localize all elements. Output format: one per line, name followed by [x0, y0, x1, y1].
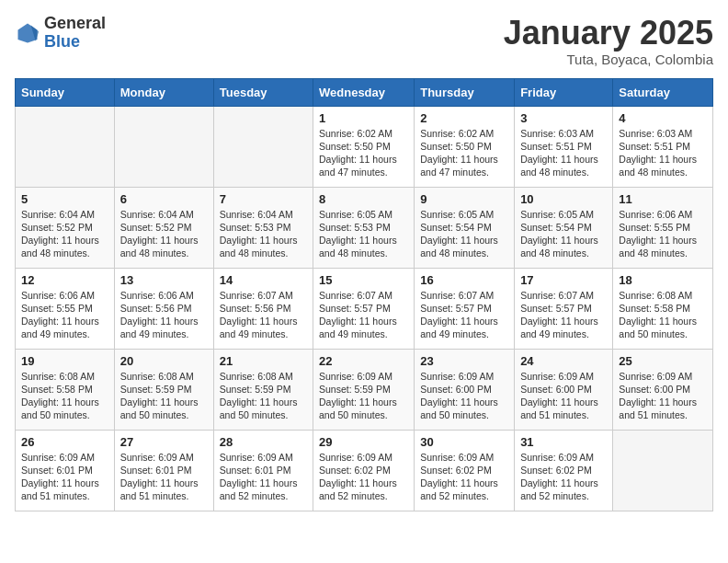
day-number: 16	[420, 273, 508, 287]
day-number: 10	[520, 192, 607, 206]
calendar-cell: 13Sunrise: 6:06 AM Sunset: 5:56 PM Dayli…	[114, 268, 213, 349]
calendar-week-row: 12Sunrise: 6:06 AM Sunset: 5:55 PM Dayli…	[16, 268, 713, 349]
calendar-week-row: 1Sunrise: 6:02 AM Sunset: 5:50 PM Daylig…	[16, 106, 713, 187]
calendar-cell: 28Sunrise: 6:09 AM Sunset: 6:01 PM Dayli…	[213, 430, 313, 511]
weekday-header-cell: Sunday	[16, 78, 115, 106]
calendar-cell: 20Sunrise: 6:08 AM Sunset: 5:59 PM Dayli…	[114, 349, 213, 430]
day-number: 29	[319, 435, 408, 449]
day-number: 25	[619, 354, 707, 368]
calendar-cell: 8Sunrise: 6:05 AM Sunset: 5:53 PM Daylig…	[313, 187, 415, 268]
day-info: Sunrise: 6:04 AM Sunset: 5:53 PM Dayligh…	[220, 208, 307, 260]
day-number: 21	[220, 354, 307, 368]
day-number: 28	[220, 435, 307, 449]
weekday-header-cell: Thursday	[415, 78, 515, 106]
generalblue-logo-icon	[15, 20, 40, 46]
day-number: 15	[319, 273, 408, 287]
calendar-table: SundayMondayTuesdayWednesdayThursdayFrid…	[15, 78, 713, 511]
calendar-cell: 3Sunrise: 6:03 AM Sunset: 5:51 PM Daylig…	[515, 106, 613, 187]
day-info: Sunrise: 6:05 AM Sunset: 5:54 PM Dayligh…	[420, 208, 508, 260]
calendar-cell	[16, 106, 115, 187]
calendar-cell: 27Sunrise: 6:09 AM Sunset: 6:01 PM Dayli…	[114, 430, 213, 511]
day-info: Sunrise: 6:08 AM Sunset: 5:58 PM Dayligh…	[21, 370, 108, 422]
day-info: Sunrise: 6:09 AM Sunset: 6:00 PM Dayligh…	[420, 370, 508, 422]
calendar-cell: 14Sunrise: 6:07 AM Sunset: 5:56 PM Dayli…	[213, 268, 313, 349]
day-info: Sunrise: 6:09 AM Sunset: 6:02 PM Dayligh…	[520, 451, 607, 503]
calendar-cell	[114, 106, 213, 187]
day-info: Sunrise: 6:09 AM Sunset: 6:01 PM Dayligh…	[21, 451, 108, 503]
calendar-cell: 16Sunrise: 6:07 AM Sunset: 5:57 PM Dayli…	[415, 268, 515, 349]
calendar-cell: 7Sunrise: 6:04 AM Sunset: 5:53 PM Daylig…	[213, 187, 313, 268]
weekday-header-cell: Monday	[114, 78, 213, 106]
day-info: Sunrise: 6:09 AM Sunset: 6:00 PM Dayligh…	[619, 370, 707, 422]
calendar-cell: 30Sunrise: 6:09 AM Sunset: 6:02 PM Dayli…	[415, 430, 515, 511]
day-number: 22	[319, 354, 408, 368]
calendar-week-row: 26Sunrise: 6:09 AM Sunset: 6:01 PM Dayli…	[16, 430, 713, 511]
day-number: 8	[319, 192, 408, 206]
day-number: 23	[420, 354, 508, 368]
weekday-header-row: SundayMondayTuesdayWednesdayThursdayFrid…	[16, 78, 713, 106]
day-number: 24	[520, 354, 607, 368]
calendar-cell: 5Sunrise: 6:04 AM Sunset: 5:52 PM Daylig…	[16, 187, 115, 268]
day-number: 26	[21, 435, 108, 449]
calendar-week-row: 5Sunrise: 6:04 AM Sunset: 5:52 PM Daylig…	[16, 187, 713, 268]
calendar-cell: 21Sunrise: 6:08 AM Sunset: 5:59 PM Dayli…	[213, 349, 313, 430]
day-info: Sunrise: 6:04 AM Sunset: 5:52 PM Dayligh…	[21, 208, 108, 260]
day-info: Sunrise: 6:09 AM Sunset: 5:59 PM Dayligh…	[319, 370, 408, 422]
day-info: Sunrise: 6:07 AM Sunset: 5:56 PM Dayligh…	[220, 289, 307, 341]
day-number: 12	[21, 273, 108, 287]
day-number: 3	[520, 111, 607, 125]
calendar-cell: 10Sunrise: 6:05 AM Sunset: 5:54 PM Dayli…	[515, 187, 613, 268]
calendar-cell: 24Sunrise: 6:09 AM Sunset: 6:00 PM Dayli…	[515, 349, 613, 430]
day-info: Sunrise: 6:09 AM Sunset: 6:00 PM Dayligh…	[520, 370, 607, 422]
day-number: 7	[220, 192, 307, 206]
calendar-cell: 23Sunrise: 6:09 AM Sunset: 6:00 PM Dayli…	[415, 349, 515, 430]
day-info: Sunrise: 6:05 AM Sunset: 5:54 PM Dayligh…	[520, 208, 607, 260]
weekday-header-cell: Friday	[515, 78, 613, 106]
calendar-cell	[213, 106, 313, 187]
day-info: Sunrise: 6:06 AM Sunset: 5:56 PM Dayligh…	[120, 289, 208, 341]
logo-text: General Blue	[44, 15, 106, 52]
calendar-cell: 11Sunrise: 6:06 AM Sunset: 5:55 PM Dayli…	[613, 187, 713, 268]
calendar-cell: 9Sunrise: 6:05 AM Sunset: 5:54 PM Daylig…	[415, 187, 515, 268]
day-info: Sunrise: 6:03 AM Sunset: 5:51 PM Dayligh…	[520, 127, 607, 179]
day-number: 11	[619, 192, 707, 206]
calendar-cell: 2Sunrise: 6:02 AM Sunset: 5:50 PM Daylig…	[415, 106, 515, 187]
day-number: 13	[120, 273, 208, 287]
day-info: Sunrise: 6:07 AM Sunset: 5:57 PM Dayligh…	[319, 289, 408, 341]
calendar-cell: 15Sunrise: 6:07 AM Sunset: 5:57 PM Dayli…	[313, 268, 415, 349]
day-info: Sunrise: 6:06 AM Sunset: 5:55 PM Dayligh…	[21, 289, 108, 341]
day-info: Sunrise: 6:02 AM Sunset: 5:50 PM Dayligh…	[319, 127, 408, 179]
day-info: Sunrise: 6:08 AM Sunset: 5:59 PM Dayligh…	[220, 370, 307, 422]
calendar-cell: 31Sunrise: 6:09 AM Sunset: 6:02 PM Dayli…	[515, 430, 613, 511]
logo: General Blue	[15, 15, 106, 52]
calendar-subtitle: Tuta, Boyaca, Colombia	[504, 52, 713, 67]
day-info: Sunrise: 6:09 AM Sunset: 6:01 PM Dayligh…	[220, 451, 307, 503]
day-number: 1	[319, 111, 408, 125]
weekday-header-cell: Saturday	[613, 78, 713, 106]
day-info: Sunrise: 6:06 AM Sunset: 5:55 PM Dayligh…	[619, 208, 707, 260]
calendar-week-row: 19Sunrise: 6:08 AM Sunset: 5:58 PM Dayli…	[16, 349, 713, 430]
day-info: Sunrise: 6:07 AM Sunset: 5:57 PM Dayligh…	[420, 289, 508, 341]
calendar-cell: 4Sunrise: 6:03 AM Sunset: 5:51 PM Daylig…	[613, 106, 713, 187]
calendar-cell: 22Sunrise: 6:09 AM Sunset: 5:59 PM Dayli…	[313, 349, 415, 430]
day-number: 18	[619, 273, 707, 287]
calendar-cell: 17Sunrise: 6:07 AM Sunset: 5:57 PM Dayli…	[515, 268, 613, 349]
day-number: 9	[420, 192, 508, 206]
day-number: 5	[21, 192, 108, 206]
calendar-body: 1Sunrise: 6:02 AM Sunset: 5:50 PM Daylig…	[16, 106, 713, 511]
day-number: 14	[220, 273, 307, 287]
day-info: Sunrise: 6:08 AM Sunset: 5:58 PM Dayligh…	[619, 289, 707, 341]
calendar-cell: 18Sunrise: 6:08 AM Sunset: 5:58 PM Dayli…	[613, 268, 713, 349]
calendar-title: January 2025	[504, 15, 713, 52]
calendar-cell: 6Sunrise: 6:04 AM Sunset: 5:52 PM Daylig…	[114, 187, 213, 268]
day-info: Sunrise: 6:03 AM Sunset: 5:51 PM Dayligh…	[619, 127, 707, 179]
calendar-cell: 26Sunrise: 6:09 AM Sunset: 6:01 PM Dayli…	[16, 430, 115, 511]
weekday-header-cell: Tuesday	[213, 78, 313, 106]
day-info: Sunrise: 6:05 AM Sunset: 5:53 PM Dayligh…	[319, 208, 408, 260]
day-number: 27	[120, 435, 208, 449]
page-header: General Blue January 2025 Tuta, Boyaca, …	[15, 15, 713, 67]
calendar-cell: 19Sunrise: 6:08 AM Sunset: 5:58 PM Dayli…	[16, 349, 115, 430]
day-info: Sunrise: 6:07 AM Sunset: 5:57 PM Dayligh…	[520, 289, 607, 341]
calendar-cell: 1Sunrise: 6:02 AM Sunset: 5:50 PM Daylig…	[313, 106, 415, 187]
calendar-cell	[613, 430, 713, 511]
